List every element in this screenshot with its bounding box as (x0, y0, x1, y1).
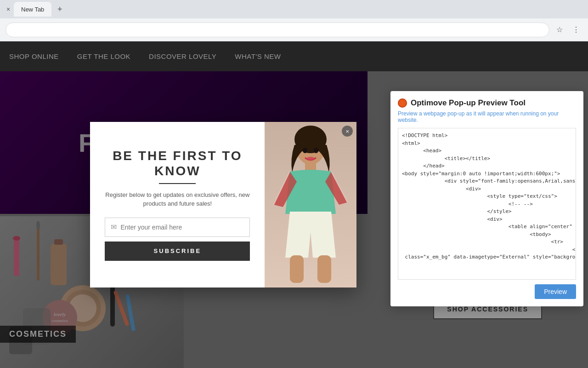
optimove-title: Optimove Pop-up Preview Tool (411, 98, 526, 108)
popup-right-panel (265, 122, 356, 288)
optimove-logo (398, 98, 407, 108)
optimove-header: Optimove Pop-up Preview Tool (398, 98, 576, 108)
popup-email-field-wrapper[interactable]: ✉ (105, 218, 250, 237)
optimove-footer: Preview (398, 284, 576, 299)
popup-divider (159, 183, 196, 184)
model-figure (265, 122, 356, 288)
tab-close-button[interactable]: × (5, 6, 12, 13)
model-image (265, 122, 356, 288)
svg-rect-23 (317, 255, 331, 283)
optimove-subtitle: Preview a webpage pop-up as it will appe… (398, 110, 576, 123)
svg-rect-22 (290, 255, 304, 283)
browser-chrome: × New Tab + ☆ ⋮ (0, 0, 588, 41)
tab-bar: × New Tab + (0, 0, 588, 18)
browser-toolbar: ☆ ⋮ (0, 18, 588, 41)
popup-left-panel: BE THE FIRST TO KNOW Register below to g… (90, 122, 265, 288)
optimove-preview-button[interactable]: Preview (535, 284, 576, 299)
new-tab-button[interactable]: + (53, 3, 66, 16)
popup-modal: × BE THE FIRST TO KNOW Register below to… (90, 122, 356, 288)
optimove-panel: Optimove Pop-up Preview Tool Preview a w… (390, 91, 583, 306)
email-icon: ✉ (111, 223, 117, 231)
page-content: Shop Online Get the Look Discover Lovely… (0, 41, 588, 368)
browser-menu-button[interactable]: ⋮ (570, 23, 582, 36)
browser-tab[interactable]: New Tab (14, 2, 51, 17)
popup-subtitle: Register below to get updates on exclusi… (105, 190, 250, 208)
svg-point-25 (314, 148, 318, 153)
email-input[interactable] (120, 224, 244, 231)
svg-point-24 (303, 148, 307, 153)
popup-title: BE THE FIRST TO KNOW (105, 149, 250, 178)
svg-point-26 (306, 157, 315, 161)
tab-label: New Tab (21, 6, 44, 13)
subscribe-button[interactable]: SUBSCRIBE (105, 242, 250, 261)
popup-close-button[interactable]: × (342, 126, 353, 137)
address-bar[interactable] (6, 23, 549, 37)
optimove-code-area[interactable]: <!DOCTYPE html> <html> <head> <title></t… (398, 128, 576, 280)
bookmark-button[interactable]: ☆ (553, 23, 566, 36)
